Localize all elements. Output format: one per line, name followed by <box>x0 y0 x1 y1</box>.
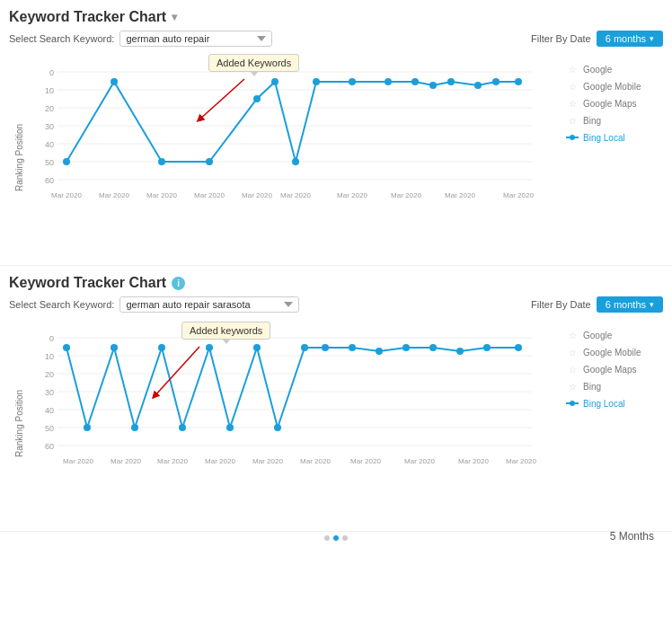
svg-point-70 <box>349 344 356 351</box>
chart-title-1: Keyword Tracker Chart ▾ <box>9 9 663 25</box>
legend-2: ☆ Google ☆ Google Mobile ☆ Google Maps ☆… <box>559 320 649 419</box>
svg-text:Mar 2020: Mar 2020 <box>391 191 421 199</box>
svg-text:Mar 2020: Mar 2020 <box>111 457 141 465</box>
svg-text:Mar 2020: Mar 2020 <box>300 457 331 465</box>
tooltip-arrow-svg-1 <box>226 79 298 133</box>
svg-text:Mar 2020: Mar 2020 <box>445 191 475 199</box>
keyword-select-row-2: Select Search Keyword: german auto repai… <box>9 296 299 313</box>
dot-1[interactable] <box>324 535 330 541</box>
filter-arrow-2: ▾ <box>650 300 654 309</box>
svg-point-42 <box>570 135 575 140</box>
svg-point-22 <box>313 78 320 85</box>
filter-value-1: 6 months <box>606 33 646 44</box>
svg-text:Mar 2020: Mar 2020 <box>157 457 188 465</box>
svg-text:Mar 2020: Mar 2020 <box>458 457 489 465</box>
svg-point-61 <box>131 424 138 431</box>
filter-btn-1[interactable]: 6 months ▾ <box>597 31 663 47</box>
chart-body-2: Added keywords 0 10 20 <box>29 320 663 526</box>
chart-area-2: Ranking Position Added keywords <box>9 320 663 526</box>
svg-text:40: 40 <box>45 140 54 149</box>
keyword-dropdown-2[interactable]: german auto repair sarasota <box>119 296 299 313</box>
chart-svg-2: 0 10 20 30 40 50 60 <box>29 320 559 526</box>
svg-point-30 <box>515 78 522 85</box>
dot-3[interactable] <box>342 535 348 541</box>
filter-label-1: Filter By Date <box>531 33 591 44</box>
y-axis-label-1: Ranking Position <box>9 54 29 260</box>
svg-point-73 <box>429 344 437 351</box>
filter-btn-2[interactable]: 6 months ▾ <box>597 296 663 313</box>
legend-item-google-2[interactable]: ☆ Google <box>566 329 641 341</box>
svg-text:Mar 2020: Mar 2020 <box>337 191 367 199</box>
svg-text:60: 60 <box>45 176 54 185</box>
svg-point-24 <box>385 78 392 85</box>
filter-date-row-1: Filter By Date 6 months ▾ <box>531 31 663 47</box>
legend-item-binglocal-2[interactable]: Bing Local <box>566 397 641 410</box>
legend-item-binglocal-1[interactable]: Bing Local <box>566 131 641 144</box>
svg-text:Mar 2020: Mar 2020 <box>194 191 225 199</box>
legend-item-gmobile-1[interactable]: ☆ Google Mobile <box>566 80 641 93</box>
svg-point-16 <box>111 78 118 85</box>
star-icon-bing-1: ☆ <box>566 114 579 127</box>
chart-title-2: Keyword Tracker Chart i <box>9 275 663 291</box>
svg-text:Mar 2020: Mar 2020 <box>205 457 235 465</box>
svg-point-25 <box>411 78 419 85</box>
svg-point-72 <box>402 344 410 351</box>
svg-text:50: 50 <box>45 158 54 167</box>
svg-text:20: 20 <box>45 370 54 379</box>
chart-area-1: Ranking Position Added Keywords <box>9 54 663 260</box>
svg-point-23 <box>349 78 356 85</box>
legend-label-google-1: Google <box>583 65 612 75</box>
legend-item-gmobile-2[interactable]: ☆ Google Mobile <box>566 346 641 358</box>
svg-point-29 <box>492 78 500 85</box>
svg-point-71 <box>376 348 383 355</box>
legend-label-binglocal-2: Bing Local <box>583 399 625 409</box>
svg-point-60 <box>111 344 118 351</box>
legend-item-bing-1[interactable]: ☆ Bing <box>566 114 641 127</box>
chart-section-2: Keyword Tracker Chart i Select Search Ke… <box>0 266 672 532</box>
star-icon-google-1: ☆ <box>566 63 579 75</box>
svg-text:0: 0 <box>49 334 54 343</box>
svg-point-15 <box>63 158 70 165</box>
svg-point-18 <box>206 158 213 165</box>
svg-point-28 <box>474 82 482 89</box>
chart-title-arrow-1[interactable]: ▾ <box>172 11 177 23</box>
svg-text:Mar 2020: Mar 2020 <box>242 191 272 199</box>
star-icon-gmaps-2: ☆ <box>566 363 579 375</box>
svg-text:40: 40 <box>45 406 54 415</box>
svg-text:10: 10 <box>45 352 54 361</box>
keyword-dropdown-1[interactable]: german auto repair <box>119 31 272 47</box>
info-icon-2[interactable]: i <box>172 277 185 290</box>
chart-title-text-1: Keyword Tracker Chart <box>9 9 166 25</box>
legend-item-gmaps-1[interactable]: ☆ Google Maps <box>566 97 641 110</box>
legend-item-google-1[interactable]: ☆ Google <box>566 63 641 75</box>
svg-text:Mar 2020: Mar 2020 <box>63 457 93 465</box>
svg-text:Mar 2020: Mar 2020 <box>51 191 82 199</box>
legend-label-gmobile-1: Google Mobile <box>583 82 641 92</box>
svg-point-21 <box>292 158 299 165</box>
svg-point-65 <box>226 424 234 431</box>
filter-arrow-1: ▾ <box>650 34 654 43</box>
svg-point-62 <box>158 344 165 351</box>
chart-body-1: Added Keywords 0 <box>29 54 663 260</box>
legend-label-gmaps-1: Google Maps <box>583 99 636 109</box>
legend-item-bing-2[interactable]: ☆ Bing <box>566 380 641 393</box>
svg-text:30: 30 <box>45 122 54 131</box>
svg-point-67 <box>274 424 281 431</box>
dot-line-icon-binglocal-2 <box>566 397 579 410</box>
dot-line-icon-binglocal-1 <box>566 131 579 144</box>
y-axis-label-2: Ranking Position <box>9 320 29 526</box>
chart-title-text-2: Keyword Tracker Chart <box>9 275 166 291</box>
svg-text:Mar 2020: Mar 2020 <box>280 191 311 199</box>
star-icon-gmobile-2: ☆ <box>566 346 579 358</box>
svg-text:60: 60 <box>45 442 54 451</box>
legend-item-gmaps-2[interactable]: ☆ Google Maps <box>566 363 641 375</box>
keyword-select-label-1: Select Search Keyword: <box>9 33 114 44</box>
dot-2[interactable] <box>333 535 339 541</box>
legend-label-gmaps-2: Google Maps <box>583 365 636 375</box>
svg-text:Mar 2020: Mar 2020 <box>404 457 435 465</box>
filter-value-2: 6 months <box>606 299 646 310</box>
svg-point-17 <box>158 158 165 165</box>
svg-text:0: 0 <box>49 68 54 77</box>
svg-text:20: 20 <box>45 104 54 113</box>
svg-point-63 <box>179 424 186 431</box>
